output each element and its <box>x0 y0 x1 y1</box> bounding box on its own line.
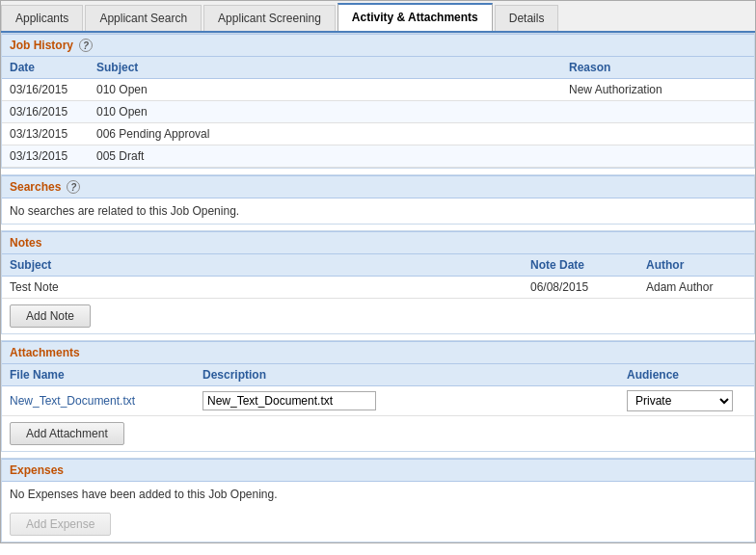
attachments-table: File Name Description Audience New_Text_… <box>2 364 754 416</box>
tab-applicant-screening[interactable]: Applicant Screening <box>203 5 336 31</box>
attach-audience-select[interactable]: Private Public <box>627 390 733 411</box>
jh-reason-cell <box>561 123 754 145</box>
attachments-title: Attachments <box>10 346 80 359</box>
job-history-help-icon[interactable]: ? <box>79 39 93 52</box>
table-row: 03/13/2015 005 Draft <box>2 145 754 168</box>
notes-section: Notes Subject Note Date Author Test Note… <box>1 230 755 334</box>
jh-reason-cell <box>561 101 754 123</box>
attach-audience-cell[interactable]: Private Public <box>619 386 754 416</box>
page-wrapper: Applicants Applicant Search Applicant Sc… <box>0 0 756 543</box>
notes-table: Subject Note Date Author Test Note 06/08… <box>2 254 754 299</box>
table-row: Test Note 06/08/2015 Adam Author <box>2 277 754 299</box>
attach-col-audience: Audience <box>619 364 754 386</box>
expenses-header: Expenses <box>2 459 754 482</box>
expenses-title: Expenses <box>10 463 64 477</box>
job-history-table: Date Subject Reason 03/16/2015 010 Open … <box>2 57 754 168</box>
job-history-section: Job History ? Date Subject Reason 03/16/… <box>1 33 755 169</box>
jh-date-cell: 03/13/2015 <box>2 123 89 145</box>
note-subject-cell: Test Note <box>2 277 523 299</box>
add-attachment-row: Add Attachment <box>2 416 754 451</box>
expenses-section: Expenses No Expenses have been added to … <box>1 458 755 542</box>
jh-reason-cell: New Authorization <box>561 79 754 101</box>
job-history-col-reason: Reason <box>561 57 754 79</box>
jh-date-cell: 03/16/2015 <box>2 79 89 101</box>
searches-header: Searches ? <box>2 175 754 198</box>
job-history-header: Job History ? <box>2 34 754 57</box>
tab-activity-attachments[interactable]: Activity & Attachments <box>338 3 493 31</box>
note-date-cell: 06/08/2015 <box>523 277 638 299</box>
tab-details[interactable]: Details <box>495 5 559 31</box>
add-note-button[interactable]: Add Note <box>10 304 91 328</box>
tab-bar: Applicants Applicant Search Applicant Sc… <box>1 1 755 33</box>
attach-col-description: Description <box>195 364 619 386</box>
attach-col-filename: File Name <box>2 364 195 386</box>
searches-title: Searches <box>10 180 61 194</box>
add-expense-button: Add Expense <box>10 513 111 536</box>
job-history-title: Job History <box>10 39 73 52</box>
jh-subject-cell: 006 Pending Approval <box>89 123 561 145</box>
job-history-col-date: Date <box>2 57 89 79</box>
jh-date-cell: 03/13/2015 <box>2 145 89 168</box>
notes-col-author: Author <box>638 254 754 277</box>
tab-applicant-search[interactable]: Applicant Search <box>85 5 202 31</box>
notes-header: Notes <box>2 231 754 254</box>
job-history-col-subject: Subject <box>89 57 561 79</box>
table-row: 03/16/2015 010 Open New Authorization <box>2 79 754 101</box>
jh-subject-cell: 005 Draft <box>89 145 561 168</box>
tab-applicants[interactable]: Applicants <box>1 5 83 31</box>
attach-description-input[interactable] <box>202 391 376 410</box>
add-note-row: Add Note <box>2 299 754 333</box>
jh-subject-cell: 010 Open <box>89 101 561 123</box>
jh-date-cell: 03/16/2015 <box>2 101 89 123</box>
attach-filename-link: New_Text_Document.txt <box>10 394 135 408</box>
add-attachment-button[interactable]: Add Attachment <box>10 422 124 445</box>
searches-section: Searches ? No searches are related to th… <box>1 174 755 225</box>
expenses-empty-message: No Expenses have been added to this Job … <box>2 482 754 507</box>
searches-help-icon[interactable]: ? <box>67 180 80 194</box>
table-row: New_Text_Document.txt Private Public <box>2 386 754 416</box>
jh-reason-cell <box>561 145 754 168</box>
attach-description-cell[interactable] <box>195 386 619 416</box>
add-expense-row: Add Expense <box>2 507 754 542</box>
note-author-cell: Adam Author <box>638 277 754 299</box>
attachments-section: Attachments File Name Description Audien… <box>1 340 755 452</box>
attachments-header: Attachments <box>2 341 754 364</box>
jh-subject-cell: 010 Open <box>89 79 561 101</box>
attach-filename-cell[interactable]: New_Text_Document.txt <box>2 386 195 416</box>
searches-empty-message: No searches are related to this Job Open… <box>2 198 754 224</box>
table-row: 03/16/2015 010 Open <box>2 101 754 123</box>
notes-col-date: Note Date <box>523 254 638 277</box>
notes-col-subject: Subject <box>2 254 523 277</box>
table-row: 03/13/2015 006 Pending Approval <box>2 123 754 145</box>
notes-title: Notes <box>10 236 41 250</box>
